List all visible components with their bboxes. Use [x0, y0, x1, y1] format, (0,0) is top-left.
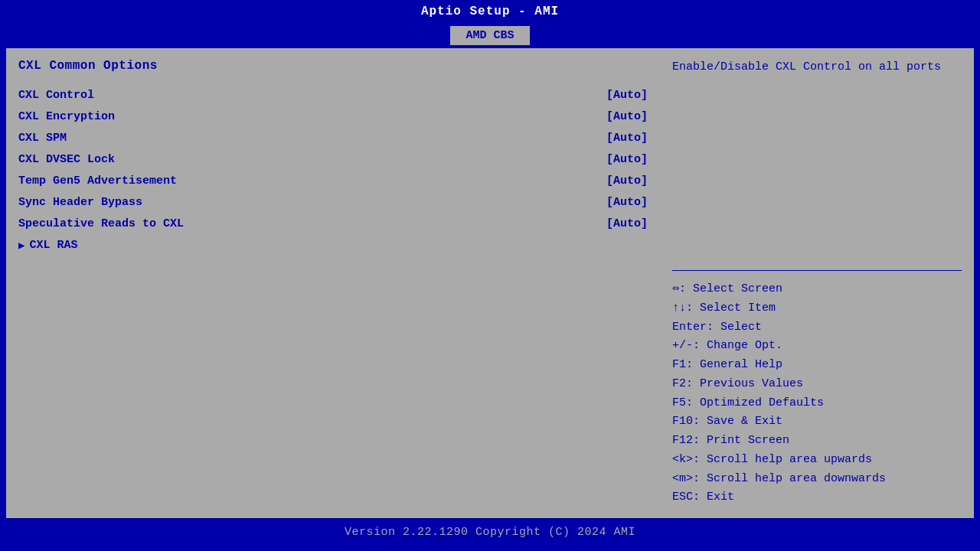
shortcuts-container: ⇔: Select Screen↑↓: Select ItemEnter: Se… — [672, 280, 962, 507]
menu-item-cxl-dvsec-lock[interactable]: CXL DVSEC Lock[Auto] — [18, 149, 648, 171]
menu-item-cxl-control[interactable]: CXL Control[Auto] — [18, 85, 648, 106]
menu-item-value: [Auto] — [606, 108, 648, 126]
menu-item-label: CXL DVSEC Lock — [18, 151, 115, 169]
left-panel: CXL Common Options CXL Control[Auto]CXL … — [6, 48, 660, 518]
menu-item-label: CXL Control — [18, 86, 94, 105]
shortcut-line: ↑↓: Select Item — [672, 299, 962, 318]
menu-item-sync-header-bypass[interactable]: Sync Header Bypass[Auto] — [18, 192, 648, 214]
menu-item-cxl-spm[interactable]: CXL SPM[Auto] — [18, 128, 648, 149]
submenu-arrow-icon: ▶ — [18, 237, 24, 254]
left-panel-title: CXL Common Options — [18, 59, 648, 73]
menu-item-label: CXL RAS — [29, 236, 77, 255]
menu-item-value: [Auto] — [606, 172, 648, 191]
shortcut-line: <k>: Scroll help area upwards — [672, 451, 962, 470]
menu-item-label: Temp Gen5 Advertisement — [18, 172, 177, 191]
shortcut-line: F5: Optimized Defaults — [672, 394, 962, 413]
shortcut-line: F1: General Help — [672, 356, 962, 375]
menu-item-value: [Auto] — [606, 151, 648, 169]
menu-item-value: [Auto] — [606, 194, 648, 212]
menu-item-temp-gen5-advertisement[interactable]: Temp Gen5 Advertisement[Auto] — [18, 171, 648, 192]
menu-item-value: [Auto] — [606, 86, 648, 105]
shortcut-line: F12: Print Screen — [672, 432, 962, 451]
menu-item-value: [Auto] — [606, 129, 648, 148]
menu-item-label: Sync Header Bypass — [18, 194, 142, 212]
divider — [672, 270, 962, 271]
footer-text: Version 2.22.1290 Copyright (C) 2024 AMI — [345, 526, 635, 539]
shortcut-line: Enter: Select — [672, 318, 962, 337]
shortcut-line: +/-: Change Opt. — [672, 337, 962, 356]
tab-amd-cbs[interactable]: AMD CBS — [450, 26, 529, 45]
help-text: Enable/Disable CXL Control on all ports — [672, 59, 962, 77]
main-content: CXL Common Options CXL Control[Auto]CXL … — [6, 48, 974, 518]
menu-item-cxl-encryption[interactable]: CXL Encryption[Auto] — [18, 106, 648, 128]
menu-items-container: CXL Control[Auto]CXL Encryption[Auto]CXL… — [18, 85, 648, 256]
tab-bar: AMD CBS — [0, 23, 980, 45]
menu-item-label: CXL SPM — [18, 129, 67, 148]
menu-item-label: CXL Encryption — [18, 108, 115, 126]
footer: Version 2.22.1290 Copyright (C) 2024 AMI — [0, 521, 980, 543]
menu-item-speculative-reads-to-cxl[interactable]: Speculative Reads to CXL[Auto] — [18, 214, 648, 235]
menu-item-label: Speculative Reads to CXL — [18, 215, 184, 233]
shortcut-line: F10: Save & Exit — [672, 412, 962, 432]
shortcut-line: F2: Previous Values — [672, 375, 962, 394]
shortcut-line: <m>: Scroll help area downwards — [672, 470, 962, 489]
title-bar: Aptio Setup - AMI — [0, 0, 980, 23]
menu-item-submenu-cxl-ras[interactable]: ▶CXL RAS — [18, 235, 648, 256]
right-panel: Enable/Disable CXL Control on all ports … — [660, 48, 974, 518]
menu-item-value: [Auto] — [606, 215, 648, 233]
shortcut-line: ⇔: Select Screen — [672, 280, 962, 299]
app-title: Aptio Setup - AMI — [421, 5, 559, 18]
shortcut-line: ESC: Exit — [672, 488, 962, 507]
